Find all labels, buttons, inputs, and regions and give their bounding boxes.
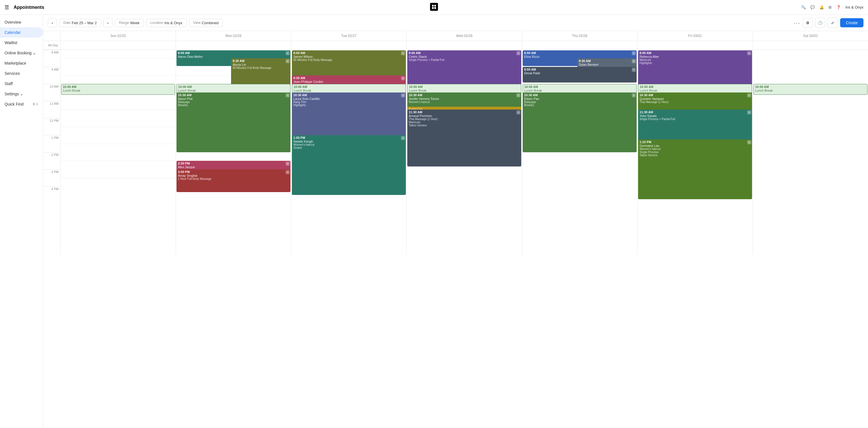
appt-fri-yoko[interactable]: 11:30 AM Yoko Sasaki Single Process + Pa…	[638, 110, 752, 141]
appt-add-icon[interactable]: +	[747, 110, 751, 114]
svg-rect-0	[430, 3, 438, 11]
sidebar-item-settings[interactable]: Settings ⌄	[0, 89, 43, 99]
main-content: ‹ Date Feb 25 – Mar 2 › Range Week Locat…	[43, 15, 868, 428]
grid-icon[interactable]: ⊞	[829, 5, 832, 9]
appt-thu-eileen[interactable]: 10:30 AM Eileen Pan Balayage Blowdry +	[523, 92, 637, 152]
appt-add-icon[interactable]: +	[401, 76, 405, 80]
appt-tue-james[interactable]: 8:00 AM James Wilson 90 Minutes Full Bod…	[292, 50, 406, 79]
svg-rect-1	[432, 5, 434, 6]
appt-add-icon[interactable]: +	[632, 59, 636, 63]
appt-wed-cedric[interactable]: 8:00 AM Cédric Staub Single Process + Pa…	[407, 50, 521, 85]
svg-rect-3	[432, 7, 434, 9]
settings-icon-button[interactable]: ⚙	[803, 18, 813, 28]
appt-thu-deval[interactable]: 9:00 AM Deval Patel +	[523, 67, 637, 83]
sidebar-item-overview[interactable]: Overview	[0, 17, 43, 27]
location-label: Location	[150, 21, 163, 25]
day-col-tue[interactable]: 8:00 AM James Wilson 90 Minutes Full Bod…	[291, 50, 406, 255]
day-col-sat[interactable]: 10:00 AM Lunch Break	[753, 50, 868, 255]
sidebar-item-calendar[interactable]: Calendar	[0, 27, 43, 37]
sidebar-item-services[interactable]: Services	[0, 68, 43, 79]
time-column: 8 AM 9 AM 10 AM 11 AM 12 PM 1 PM 2 PM 3 …	[43, 50, 60, 255]
prev-week-button[interactable]: ‹	[48, 18, 57, 27]
allday-mon	[176, 41, 291, 50]
appt-add-icon[interactable]: +	[747, 140, 751, 144]
day-headers: Sun 02/25 Mon 02/26 Tue 02/27 Wed 02/28 …	[43, 31, 868, 41]
appt-mon-alycia[interactable]: 8:30 AM Alycia Lin 90 Minutes Full Body …	[231, 58, 290, 87]
appt-add-icon[interactable]: +	[286, 162, 290, 166]
time-1pm: 1 PM	[43, 135, 60, 152]
create-button[interactable]: Create	[840, 18, 864, 27]
day-col-thu[interactable]: 8:00 AM Elisa Rizzo + 8:30 AM Dylan Benk…	[522, 50, 637, 255]
appt-wed-arnaud[interactable]: 11:30 AM Arnaud Ponchon Thai Massage (1 …	[407, 110, 521, 167]
date-value: Feb 25 – Mar 2	[72, 21, 97, 25]
notification-icon[interactable]: 🔔	[819, 5, 824, 9]
allday-thu	[522, 41, 637, 50]
appt-add-icon[interactable]: +	[517, 51, 520, 55]
time-8am: 8 AM	[43, 50, 60, 67]
sidebar-item-waitlist[interactable]: Waitlist	[0, 37, 43, 48]
day-header-wed: Wed 02/28	[406, 31, 522, 41]
more-options-button[interactable]: ···	[794, 20, 800, 26]
appt-add-icon[interactable]: +	[632, 51, 636, 55]
appt-add-icon[interactable]: +	[401, 136, 405, 140]
next-week-button[interactable]: ›	[103, 18, 113, 27]
menu-icon[interactable]: ☰	[4, 4, 9, 10]
sidebar-item-marketplace[interactable]: Marketplace	[0, 58, 43, 68]
sidebar: Overview Calendar Waitlist Online Bookin…	[0, 15, 43, 428]
range-button[interactable]: Range Week	[115, 19, 144, 27]
svg-rect-4	[434, 7, 436, 9]
appt-add-icon[interactable]: +	[286, 59, 290, 63]
appt-add-icon[interactable]: +	[632, 93, 636, 97]
sidebar-item-online-booking[interactable]: Online Booking ⌄	[0, 48, 43, 58]
appt-add-icon[interactable]: +	[747, 51, 751, 55]
allday-sat	[753, 41, 868, 50]
user-label: Iris & Onyx	[845, 5, 864, 9]
chat-icon[interactable]: 💬	[810, 5, 815, 9]
appt-add-icon[interactable]: +	[401, 93, 405, 97]
day-header-sat: Sat 03/02	[753, 31, 868, 41]
clock-icon-button[interactable]: 🕐	[815, 18, 825, 28]
appt-add-icon[interactable]: +	[747, 93, 751, 97]
range-label: Range	[119, 21, 129, 25]
help-icon[interactable]: ❓	[836, 5, 841, 9]
calendar-container[interactable]: Sun 02/25 Mon 02/26 Tue 02/27 Wed 02/28 …	[43, 31, 868, 428]
appt-add-icon[interactable]: +	[517, 93, 520, 97]
appt-mon-aaron-poe[interactable]: 10:30 AM Aaron Poe Balayage Blowdry +	[177, 92, 290, 152]
appt-add-icon[interactable]: +	[517, 110, 520, 114]
day-header-thu: Thu 02/29	[522, 31, 637, 41]
toolbar: ‹ Date Feb 25 – Mar 2 › Range Week Locat…	[43, 15, 868, 31]
day-header-sun: Sun 02/25	[60, 31, 176, 41]
sidebar-item-staff[interactable]: Staff	[0, 79, 43, 89]
appt-sun-lunch[interactable]: 10:00 AM Lunch Break	[61, 84, 175, 95]
location-value: Iris & Onyx	[164, 21, 183, 25]
view-button[interactable]: View Combined	[189, 19, 223, 27]
sidebar-item-quick-find[interactable]: Quick Find⌘ K	[0, 99, 43, 109]
day-col-mon[interactable]: 8:00 AM Aaron Dias-Melim + 8:30 AM Alyci…	[176, 50, 291, 255]
appt-sat-lunch[interactable]: 10:00 AM Lunch Break	[753, 84, 867, 95]
location-button[interactable]: Location Iris & Onyx	[146, 19, 187, 27]
date-range-button[interactable]: Date Feb 25 – Mar 2	[59, 19, 101, 27]
appt-add-icon[interactable]: +	[632, 68, 636, 72]
time-11am: 11 AM	[43, 101, 60, 118]
day-header-fri: Fri 03/01	[637, 31, 753, 41]
range-value: Week	[130, 21, 140, 25]
day-col-fri[interactable]: 8:00 AM Rebecca Alter Manicure Highlight…	[637, 50, 753, 255]
view-label: View	[193, 21, 200, 25]
day-col-sun[interactable]: 10:00 AM Lunch Break	[60, 50, 176, 255]
time-4pm: 4 PM	[43, 187, 60, 203]
appt-add-icon[interactable]: +	[286, 51, 290, 55]
top-nav: ☰ Appointments 🔍 💬 🔔 ⊞ ❓ Iris & Onyx	[0, 0, 868, 15]
appt-mon-amay[interactable]: 3:00 PM Amay Singhal 1 Hour Full Body Ma…	[177, 169, 290, 192]
appt-add-icon[interactable]: +	[286, 170, 290, 174]
expand-icon-button[interactable]: ⤢	[828, 18, 838, 28]
appt-add-icon[interactable]: +	[286, 93, 290, 97]
day-col-wed[interactable]: 8:00 AM Cédric Staub Single Process + Pa…	[406, 50, 522, 255]
view-value: Combined	[202, 21, 219, 25]
appt-add-icon[interactable]: +	[401, 51, 405, 55]
search-icon[interactable]: 🔍	[801, 5, 806, 9]
day-header-tue: Tue 02/27	[291, 31, 406, 41]
appt-fri-germaine[interactable]: 1:15 PM Germaine Lau Women's haircut Sin…	[638, 139, 752, 199]
appt-tue-natalie[interactable]: 1:00 PM Natalie Keogh Women's haircut Om…	[292, 135, 406, 195]
allday-sun	[60, 41, 176, 50]
day-header-mon: Mon 02/26	[176, 31, 291, 41]
